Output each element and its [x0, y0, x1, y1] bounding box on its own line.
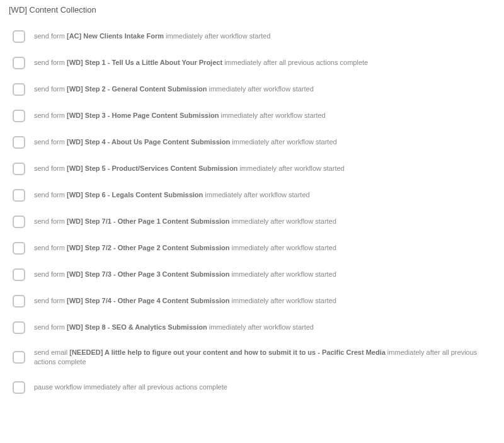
- step-suffix: immediately after workflow started: [203, 191, 309, 198]
- step-form-name: [WD] Step 1 - Tell Us a Little About You…: [67, 59, 222, 66]
- step-form-name: [AC] New Clients Intake Form: [67, 32, 164, 40]
- step-prefix: send email: [34, 348, 69, 356]
- workflow-step: send form [WD] Step 7/2 - Other Page 2 C…: [8, 235, 496, 262]
- step-description: send form [WD] Step 6 - Legals Content S…: [34, 190, 310, 200]
- step-checkbox[interactable]: [13, 189, 25, 202]
- step-suffix: immediately after workflow started: [219, 112, 325, 119]
- step-description: send email [NEEDED] A little help to fig…: [34, 348, 496, 367]
- step-prefix: pause workflow immediately after all pre…: [34, 383, 227, 391]
- step-form-name: [WD] Step 4 - About Us Page Content Subm…: [67, 138, 230, 146]
- step-description: send form [WD] Step 7/4 - Other Page 4 C…: [34, 296, 336, 306]
- step-suffix: immediately after workflow started: [207, 323, 314, 331]
- step-description: send form [AC] New Clients Intake Form i…: [34, 32, 270, 41]
- step-checkbox[interactable]: [13, 83, 25, 96]
- step-description: pause workflow immediately after all pre…: [34, 383, 227, 392]
- workflow-step: send form [WD] Step 3 - Home Page Conten…: [8, 103, 496, 129]
- step-checkbox[interactable]: [13, 57, 25, 69]
- step-prefix: send form: [34, 323, 67, 331]
- step-checkbox[interactable]: [13, 321, 25, 334]
- workflow-step: send form [WD] Step 5 - Product/Services…: [8, 156, 496, 182]
- step-suffix: immediately after workflow started: [230, 297, 336, 304]
- step-suffix: immediately after workflow started: [230, 217, 336, 225]
- step-prefix: send form: [34, 191, 67, 198]
- step-prefix: send form: [34, 138, 67, 146]
- step-checkbox[interactable]: [13, 381, 25, 394]
- step-prefix: send form: [34, 112, 67, 119]
- step-checkbox[interactable]: [13, 30, 25, 43]
- step-suffix: immediately after workflow started: [207, 85, 313, 93]
- step-checkbox[interactable]: [13, 136, 25, 149]
- step-form-name: [WD] Step 7/1 - Other Page 1 Content Sub…: [67, 217, 230, 225]
- step-form-name: [WD] Step 7/4 - Other Page 4 Content Sub…: [67, 297, 230, 304]
- step-description: send form [WD] Step 3 - Home Page Conten…: [34, 111, 326, 120]
- step-checkbox[interactable]: [13, 110, 25, 122]
- step-suffix: immediately after workflow started: [230, 244, 336, 251]
- workflow-step: pause workflow immediately after all pre…: [8, 374, 496, 401]
- step-form-name: [NEEDED] A little help to figure out you…: [69, 348, 386, 356]
- step-suffix: immediately after workflow started: [164, 32, 270, 40]
- step-prefix: send form: [34, 297, 67, 304]
- step-form-name: [WD] Step 5 - Product/Services Content S…: [67, 164, 238, 172]
- step-description: send form [WD] Step 4 - About Us Page Co…: [34, 137, 337, 147]
- step-prefix: send form: [34, 244, 67, 251]
- step-description: send form [WD] Step 5 - Product/Services…: [34, 164, 345, 173]
- workflow-step: send form [WD] Step 6 - Legals Content S…: [8, 182, 496, 209]
- step-prefix: send form: [34, 164, 67, 172]
- workflow-step: send form [WD] Step 1 - Tell Us a Little…: [8, 50, 496, 76]
- step-checkbox[interactable]: [13, 268, 25, 281]
- workflow-step: send form [AC] New Clients Intake Form i…: [8, 23, 496, 50]
- step-prefix: send form: [34, 85, 67, 93]
- step-prefix: send form: [34, 270, 67, 278]
- step-description: send form [WD] Step 8 - SEO & Analytics …: [34, 323, 314, 332]
- step-prefix: send form: [34, 59, 67, 66]
- step-form-name: [WD] Step 2 - General Content Submission: [67, 85, 207, 93]
- step-checkbox[interactable]: [13, 216, 25, 228]
- workflow-step: send email [NEEDED] A little help to fig…: [8, 341, 496, 374]
- workflow-step: send form [WD] Step 7/3 - Other Page 3 C…: [8, 262, 496, 288]
- step-suffix: immediately after workflow started: [238, 164, 344, 172]
- workflow-step: send form [WD] Step 7/1 - Other Page 1 C…: [8, 209, 496, 235]
- step-prefix: send form: [34, 217, 67, 225]
- step-form-name: [WD] Step 7/2 - Other Page 2 Content Sub…: [67, 244, 230, 251]
- step-suffix: immediately after workflow started: [230, 138, 336, 146]
- step-suffix: immediately after workflow started: [230, 270, 336, 278]
- step-form-name: [WD] Step 7/3 - Other Page 3 Content Sub…: [67, 270, 230, 278]
- workflow-step: send form [WD] Step 4 - About Us Page Co…: [8, 129, 496, 156]
- step-description: send form [WD] Step 1 - Tell Us a Little…: [34, 58, 368, 67]
- step-description: send form [WD] Step 7/2 - Other Page 2 C…: [34, 243, 336, 253]
- step-checkbox[interactable]: [13, 351, 25, 364]
- step-description: send form [WD] Step 7/1 - Other Page 1 C…: [34, 217, 336, 226]
- step-form-name: [WD] Step 6 - Legals Content Submission: [67, 191, 203, 198]
- workflow-steps-list: send form [AC] New Clients Intake Form i…: [8, 23, 496, 401]
- step-form-name: [WD] Step 8 - SEO & Analytics Submission: [67, 323, 207, 331]
- page-title: [WD] Content Collection: [8, 5, 496, 14]
- workflow-step: send form [WD] Step 7/4 - Other Page 4 C…: [8, 288, 496, 314]
- step-checkbox[interactable]: [13, 242, 25, 255]
- workflow-step: send form [WD] Step 8 - SEO & Analytics …: [8, 314, 496, 341]
- step-description: send form [WD] Step 2 - General Content …: [34, 84, 314, 94]
- step-checkbox[interactable]: [13, 295, 25, 308]
- step-prefix: send form: [34, 32, 67, 40]
- step-checkbox[interactable]: [13, 163, 25, 175]
- step-suffix: immediately after all previous actions c…: [222, 59, 368, 66]
- step-form-name: [WD] Step 3 - Home Page Content Submissi…: [67, 112, 219, 119]
- step-description: send form [WD] Step 7/3 - Other Page 3 C…: [34, 270, 336, 279]
- workflow-step: send form [WD] Step 2 - General Content …: [8, 76, 496, 103]
